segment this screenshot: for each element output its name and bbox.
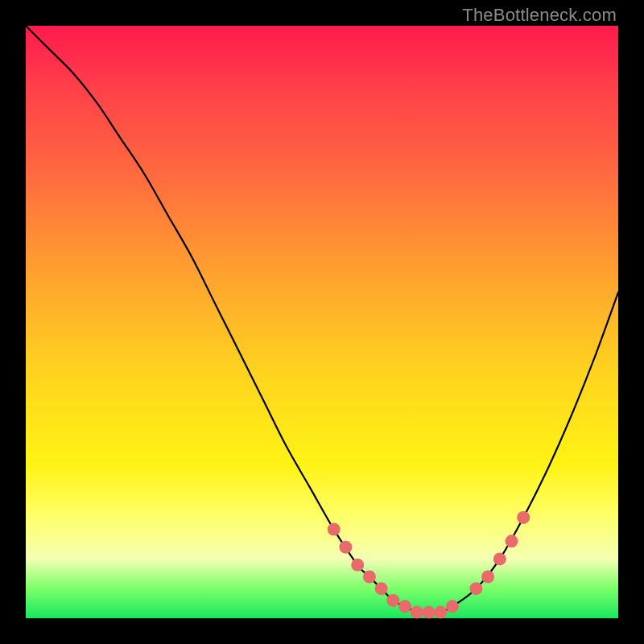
highlight-dot: [339, 541, 352, 554]
highlight-dot: [328, 523, 341, 536]
highlight-dot: [375, 582, 388, 595]
highlight-dot: [517, 511, 530, 524]
highlight-dot: [351, 559, 364, 572]
gradient-plot-area: [26, 26, 618, 618]
highlight-dot: [469, 582, 482, 595]
chart-frame: TheBottleneck.com: [0, 0, 644, 644]
highlight-dot: [481, 571, 494, 584]
highlight-dot: [423, 606, 436, 619]
highlight-dot: [506, 535, 518, 547]
highlight-dot: [398, 600, 411, 613]
highlight-dot: [434, 606, 447, 619]
highlight-dot: [363, 571, 376, 584]
highlight-dot: [411, 606, 423, 619]
bottleneck-curve: [26, 26, 618, 613]
curve-layer: [26, 26, 618, 618]
highlight-dot: [493, 552, 506, 565]
highlight-dot: [446, 600, 459, 613]
highlight-dot: [386, 594, 399, 607]
highlight-dots-group: [328, 511, 530, 619]
attribution-text: TheBottleneck.com: [462, 5, 617, 26]
